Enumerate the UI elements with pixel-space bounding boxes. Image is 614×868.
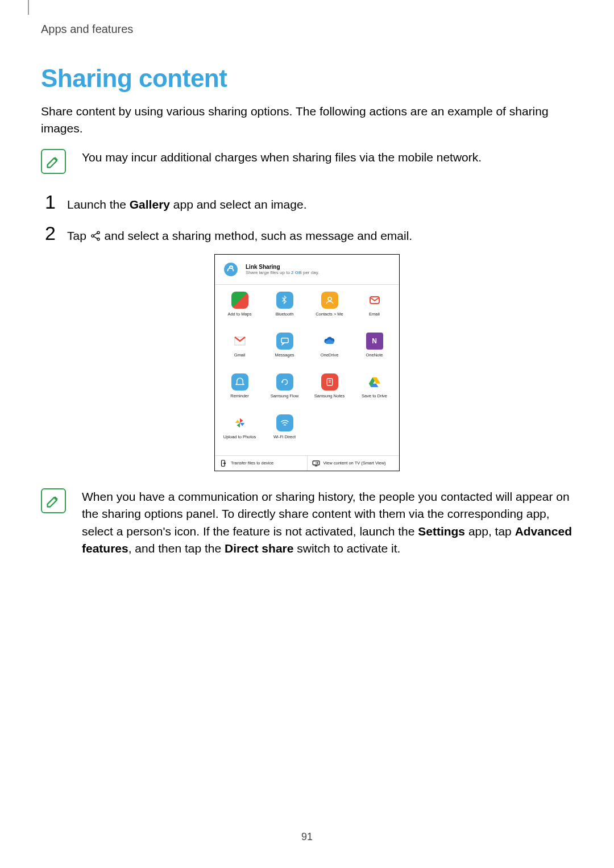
app-add-to-maps[interactable]: Add to Maps xyxy=(217,289,262,330)
page: Apps and features Sharing content Share … xyxy=(0,0,614,868)
step-number: 1 xyxy=(41,191,56,213)
app-onenote[interactable]: N OneNote xyxy=(352,330,397,371)
app-label: OneDrive xyxy=(321,353,339,358)
samsung-notes-icon xyxy=(321,373,338,391)
photos-icon xyxy=(231,414,248,431)
share-icon xyxy=(90,229,105,242)
page-title: Sharing content xyxy=(41,64,573,93)
note-text: You may incur additional charges when sh… xyxy=(82,149,573,166)
app-label: Save to Drive xyxy=(362,394,387,398)
smart-view-button[interactable]: View content on TV (Smart View) xyxy=(307,456,400,471)
text-fragment: Launch the xyxy=(67,198,130,211)
steps-list: 1 Launch the Gallery app and select an i… xyxy=(41,191,573,245)
app-contacts-me[interactable]: Contacts > Me xyxy=(307,289,352,330)
messages-icon xyxy=(276,333,293,350)
app-label: Reminder xyxy=(230,394,249,398)
contact-icon xyxy=(321,292,338,309)
text-fragment: Tap xyxy=(67,229,90,242)
bottom-row: Transfer files to device View content on… xyxy=(215,455,399,471)
svg-point-2 xyxy=(97,238,99,240)
app-onedrive[interactable]: OneDrive xyxy=(307,330,352,371)
app-messages[interactable]: Messages xyxy=(262,330,307,371)
gmail-icon xyxy=(231,333,248,350)
step-number: 2 xyxy=(41,222,56,244)
app-reminder[interactable]: Reminder xyxy=(217,371,262,412)
section-label: Apps and features xyxy=(41,23,573,36)
app-samsung-notes[interactable]: Samsung Notes xyxy=(307,371,352,412)
text-bold: Direct share xyxy=(225,542,293,555)
app-label: Contacts > Me xyxy=(316,312,343,317)
pencil-icon xyxy=(45,493,61,509)
empty-cell xyxy=(352,412,397,453)
tab-mark xyxy=(28,0,29,15)
app-wifi-direct[interactable]: Wi-Fi Direct xyxy=(262,412,307,453)
svg-point-6 xyxy=(328,297,331,301)
step-text: Launch the Gallery app and select an ima… xyxy=(67,196,306,213)
app-label: Samsung Flow xyxy=(271,394,299,398)
pencil-icon xyxy=(45,153,61,169)
svg-point-5 xyxy=(224,263,238,276)
text-fragment: switch to activate it. xyxy=(293,542,400,555)
app-label: Wi-Fi Direct xyxy=(273,435,296,439)
text-fragment: Share large files up to xyxy=(246,270,291,275)
app-label: OneNote xyxy=(366,353,383,358)
app-label: Add to Maps xyxy=(227,312,251,317)
samsung-flow-icon xyxy=(276,373,293,391)
svg-line-4 xyxy=(94,236,97,239)
link-sharing-title: Link Sharing xyxy=(246,264,319,270)
onedrive-icon xyxy=(321,333,338,350)
app-label: Gmail xyxy=(234,353,246,358)
app-label: Upload to Photos xyxy=(223,435,256,439)
intro-paragraph: Share content by using various sharing o… xyxy=(41,103,573,138)
app-samsung-flow[interactable]: Samsung Flow xyxy=(262,371,307,412)
text-fragment: app, tap xyxy=(465,525,515,538)
page-number: 91 xyxy=(0,831,614,843)
bottom-label: Transfer files to device xyxy=(231,460,273,466)
step-2: 2 Tap and select a sharing method, such … xyxy=(41,222,573,244)
share-panel-wrap: Link Sharing Share large files up to 2 G… xyxy=(41,254,573,471)
app-upload-to-photos[interactable]: Upload to Photos xyxy=(217,412,262,453)
bottom-label: View content on TV (Smart View) xyxy=(323,460,386,466)
link-sharing-row[interactable]: Link Sharing Share large files up to 2 G… xyxy=(215,255,399,285)
link-sharing-text: Link Sharing Share large files up to 2 G… xyxy=(246,264,319,275)
note-icon xyxy=(41,149,66,174)
text-bold: 2 GB xyxy=(291,270,302,275)
reminder-icon xyxy=(231,373,248,391)
text-fragment: per day. xyxy=(302,270,320,275)
transfer-files-button[interactable]: Transfer files to device xyxy=(215,456,307,471)
bluetooth-icon xyxy=(276,292,293,309)
note-icon xyxy=(41,488,66,513)
svg-point-1 xyxy=(92,235,94,237)
text-fragment: , and then tap the xyxy=(128,542,225,555)
note-charges: You may incur additional charges when sh… xyxy=(41,149,573,174)
text-fragment: and select a sharing method, such as mes… xyxy=(105,229,413,242)
svg-point-10 xyxy=(281,381,283,383)
svg-line-3 xyxy=(94,233,97,235)
onenote-icon: N xyxy=(366,333,383,350)
text-fragment: app and select an image. xyxy=(170,198,307,211)
app-label: Bluetooth xyxy=(276,312,294,317)
link-sharing-icon xyxy=(222,260,240,279)
share-panel: Link Sharing Share large files up to 2 G… xyxy=(214,254,400,471)
link-sharing-subtitle: Share large files up to 2 GB per day. xyxy=(246,270,319,275)
app-label: Email xyxy=(369,312,380,317)
transfer-icon xyxy=(219,459,227,467)
app-label: Messages xyxy=(275,353,294,358)
note-text: When you have a communication or sharing… xyxy=(82,488,573,558)
app-bluetooth[interactable]: Bluetooth xyxy=(262,289,307,330)
email-icon xyxy=(366,292,383,309)
drive-icon xyxy=(366,373,383,391)
apps-grid: Add to Maps Bluetooth Contacts > Me xyxy=(215,285,399,455)
empty-cell xyxy=(307,412,352,453)
app-label: Samsung Notes xyxy=(314,394,345,398)
wifi-direct-icon xyxy=(276,414,293,431)
app-gmail[interactable]: Gmail xyxy=(217,330,262,371)
step-1: 1 Launch the Gallery app and select an i… xyxy=(41,191,573,213)
text-bold: Settings xyxy=(418,525,465,538)
app-email[interactable]: Email xyxy=(352,289,397,330)
app-save-to-drive[interactable]: Save to Drive xyxy=(352,371,397,412)
note-direct-share: When you have a communication or sharing… xyxy=(41,488,573,558)
maps-icon xyxy=(231,292,248,309)
text-bold: Gallery xyxy=(130,198,170,211)
step-text: Tap and select a sharing method, such as… xyxy=(67,227,412,244)
